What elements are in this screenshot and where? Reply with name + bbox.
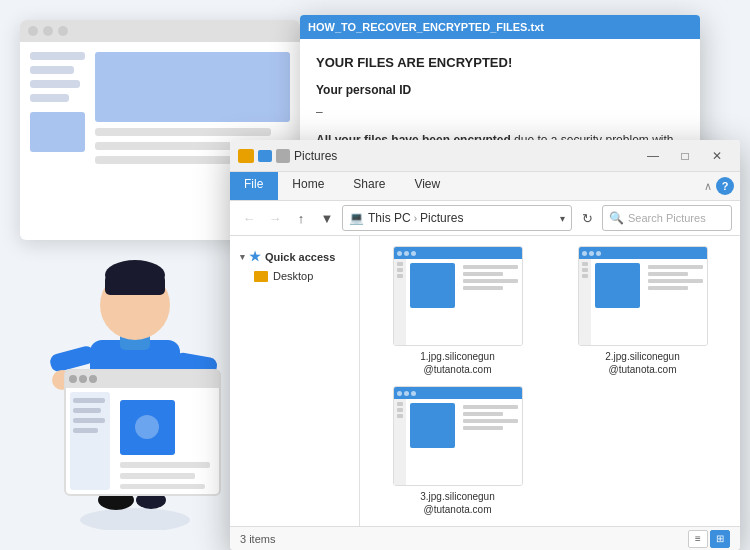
- star-icon: ★: [249, 249, 261, 264]
- bg-sidebar-line: [30, 80, 80, 88]
- bg-dot-3: [58, 26, 68, 36]
- file-item-3[interactable]: 3.jpg.siliconegun@tutanota.com: [370, 386, 545, 516]
- view-buttons: ≡ ⊞: [688, 530, 730, 548]
- close-button[interactable]: ✕: [702, 144, 732, 168]
- bg-dot-1: [28, 26, 38, 36]
- quick-access-section: ▾ ★ Quick access Desktop: [230, 244, 359, 287]
- items-count: 3 items: [240, 533, 275, 545]
- svg-point-16: [69, 375, 77, 383]
- svg-rect-21: [73, 408, 101, 413]
- minimize-button[interactable]: —: [638, 144, 668, 168]
- folder-icon: [238, 149, 254, 163]
- file-thumbnail-1: [393, 246, 523, 346]
- title-icons: [238, 149, 290, 163]
- bg-sidebar: [30, 52, 85, 164]
- bg-content-line: [95, 128, 271, 136]
- collapse-ribbon-icon[interactable]: ∧: [704, 180, 712, 193]
- explorer-titlebar: Pictures — □ ✕: [230, 140, 740, 172]
- up-button[interactable]: ↑: [290, 207, 312, 229]
- explorer-title-text: Pictures: [290, 149, 638, 163]
- svg-rect-20: [73, 398, 105, 403]
- tab-share[interactable]: Share: [339, 172, 400, 200]
- back-button[interactable]: ←: [238, 207, 260, 229]
- svg-rect-22: [73, 418, 105, 423]
- svg-point-18: [89, 375, 97, 383]
- svg-rect-26: [120, 462, 210, 468]
- path-computer-icon: 💻: [349, 211, 364, 225]
- tab-view[interactable]: View: [400, 172, 455, 200]
- explorer-window: Pictures — □ ✕ File Home Share View ∧ ? …: [230, 140, 740, 550]
- bg-dot-2: [43, 26, 53, 36]
- recent-locations-button[interactable]: ▼: [316, 207, 338, 229]
- svg-point-17: [79, 375, 87, 383]
- ransom-titlebar: HOW_TO_RECOVER_ENCRYPTED_FILES.txt: [300, 15, 700, 39]
- path-thispc: This PC: [368, 211, 411, 225]
- path-sep-1: ›: [414, 213, 417, 224]
- svg-rect-19: [70, 392, 110, 490]
- svg-rect-23: [73, 428, 98, 433]
- ransom-headline: YOUR FILES ARE ENCRYPTED!: [316, 53, 684, 73]
- address-bar: ← → ↑ ▼ 💻 This PC › Pictures ▾ ↻ 🔍 Searc…: [230, 201, 740, 236]
- bg-sidebar-line: [30, 94, 69, 102]
- ransom-personal-id-label: Your personal ID: [316, 81, 684, 99]
- bg-blue-block: [30, 112, 85, 152]
- path-pictures: Pictures: [420, 211, 463, 225]
- grid-view-button[interactable]: ⊞: [710, 530, 730, 548]
- explorer-content: ▾ ★ Quick access Desktop: [230, 236, 740, 526]
- chevron-icon: ▾: [240, 252, 245, 262]
- explorer-statusbar: 3 items ≡ ⊞: [230, 526, 740, 550]
- file-item-1[interactable]: 1.jpg.siliconegun@tutanota.com: [370, 246, 545, 376]
- forward-button[interactable]: →: [264, 207, 286, 229]
- file-name-3: 3.jpg.siliconegun@tutanota.com: [420, 490, 495, 516]
- bg-sidebar-line: [30, 52, 85, 60]
- quick-access-label: Quick access: [265, 251, 335, 263]
- search-icon: 🔍: [609, 211, 624, 225]
- folder-small-icon: [258, 150, 272, 162]
- svg-point-0: [80, 508, 190, 530]
- file-name-2: 2.jpg.siliconegun@tutanota.com: [605, 350, 680, 376]
- desktop-folder-icon: [254, 271, 268, 282]
- file-name-1: 1.jpg.siliconegun@tutanota.com: [420, 350, 495, 376]
- refresh-button[interactable]: ↻: [576, 207, 598, 229]
- ribbon-tabs: File Home Share View ∧ ?: [230, 172, 740, 201]
- desktop-nav-item[interactable]: Desktop: [240, 267, 349, 285]
- search-placeholder: Search Pictures: [628, 212, 706, 224]
- explorer-nav-panel: ▾ ★ Quick access Desktop: [230, 236, 360, 526]
- pin-icon: [276, 149, 290, 163]
- person-illustration: [30, 190, 240, 530]
- file-item-2[interactable]: 2.jpg.siliconegun@tutanota.com: [555, 246, 730, 376]
- svg-rect-9: [105, 275, 165, 295]
- svg-rect-28: [120, 484, 205, 489]
- bg-titlebar: [20, 20, 300, 42]
- svg-rect-27: [120, 473, 195, 479]
- quick-access-header[interactable]: ▾ ★ Quick access: [240, 246, 349, 267]
- ransom-title: HOW_TO_RECOVER_ENCRYPTED_FILES.txt: [308, 21, 692, 33]
- tab-home[interactable]: Home: [278, 172, 339, 200]
- svg-point-29: [135, 415, 159, 439]
- svg-rect-15: [65, 380, 220, 388]
- help-button[interactable]: ?: [716, 177, 734, 195]
- path-dropdown-icon[interactable]: ▾: [560, 213, 565, 224]
- window-controls: — □ ✕: [638, 144, 732, 168]
- bg-content-line: [95, 156, 241, 164]
- bg-sidebar-line: [30, 66, 74, 74]
- list-view-button[interactable]: ≡: [688, 530, 708, 548]
- bg-content-blue: [95, 52, 290, 122]
- address-path[interactable]: 💻 This PC › Pictures ▾: [342, 205, 572, 231]
- file-thumbnail-3: [393, 386, 523, 486]
- desktop-label: Desktop: [273, 270, 313, 282]
- ransom-dash: –: [316, 103, 684, 121]
- search-box[interactable]: 🔍 Search Pictures: [602, 205, 732, 231]
- files-grid: 1.jpg.siliconegun@tutanota.com: [360, 236, 740, 526]
- maximize-button[interactable]: □: [670, 144, 700, 168]
- file-thumbnail-2: [578, 246, 708, 346]
- tab-file[interactable]: File: [230, 172, 278, 200]
